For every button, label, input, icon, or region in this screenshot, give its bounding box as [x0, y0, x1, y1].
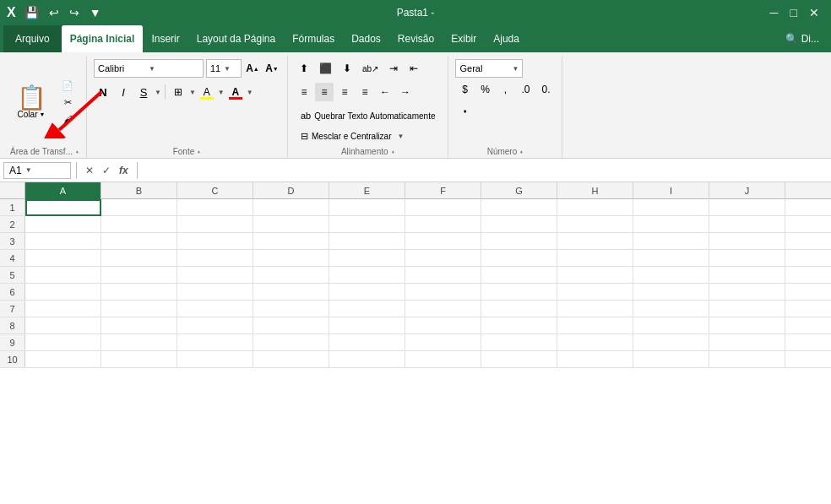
cell-H6[interactable]	[557, 284, 633, 301]
cell-A7[interactable]	[25, 301, 101, 317]
increase-indent-button[interactable]: →	[396, 83, 415, 101]
formula-cancel-button[interactable]: ✕	[82, 163, 97, 178]
cell-C10[interactable]	[177, 351, 253, 368]
underline-button[interactable]: S	[134, 83, 153, 101]
cell-J1[interactable]	[709, 199, 785, 216]
cell-G8[interactable]	[481, 317, 557, 334]
formula-function-button[interactable]: fx	[116, 163, 132, 178]
cell-A1[interactable]	[25, 199, 101, 216]
cell-F1[interactable]	[405, 199, 481, 216]
cell-G7[interactable]	[481, 301, 557, 317]
font-expand-icon[interactable]: ⬧	[197, 148, 201, 155]
cell-H7[interactable]	[557, 301, 633, 317]
align-left-button[interactable]: ≡	[295, 83, 313, 101]
cell-I4[interactable]	[633, 250, 709, 267]
cell-I6[interactable]	[633, 284, 709, 301]
col-header-j[interactable]: J	[709, 182, 785, 199]
cell-F7[interactable]	[405, 301, 481, 317]
cell-C9[interactable]	[177, 334, 253, 351]
redo-button[interactable]: ↪	[66, 4, 83, 21]
cell-F2[interactable]	[405, 216, 481, 233]
minimize-button[interactable]: ─	[765, 6, 784, 19]
undo-button[interactable]: ↩	[46, 4, 62, 21]
cell-D4[interactable]	[253, 250, 329, 267]
cell-H10[interactable]	[557, 351, 633, 368]
cell-C2[interactable]	[177, 216, 253, 233]
cell-E1[interactable]	[329, 199, 405, 216]
menu-revisao[interactable]: Revisão	[389, 25, 443, 52]
cell-A4[interactable]	[25, 250, 101, 267]
cell-E7[interactable]	[329, 301, 405, 317]
col-header-d[interactable]: D	[253, 182, 329, 199]
merge-dropdown-arrow[interactable]: ▼	[397, 133, 404, 140]
align-justify-button[interactable]: ≡	[356, 83, 374, 101]
cell-C6[interactable]	[177, 284, 253, 301]
cell-H2[interactable]	[557, 216, 633, 233]
cell-A9[interactable]	[25, 334, 101, 351]
cell-B6[interactable]	[101, 284, 177, 301]
cell-J6[interactable]	[709, 284, 785, 301]
increase-font-size-button[interactable]: A▲	[244, 59, 261, 78]
cell-E10[interactable]	[329, 351, 405, 368]
indent-decrease-button[interactable]: ⇤	[405, 59, 423, 78]
fill-color-button[interactable]: A	[198, 83, 216, 101]
cut-button[interactable]: ✂	[56, 95, 79, 110]
col-header-i[interactable]: I	[633, 182, 709, 199]
col-header-a[interactable]: A	[25, 182, 101, 199]
cell-E5[interactable]	[329, 267, 405, 284]
align-top-button[interactable]: ⬆	[295, 59, 313, 78]
cell-E2[interactable]	[329, 216, 405, 233]
cell-reference-box[interactable]: A1 ▼	[3, 162, 71, 179]
align-bottom-button[interactable]: ⬇	[338, 59, 356, 78]
font-color-button[interactable]: A	[226, 83, 245, 101]
col-header-h[interactable]: H	[557, 182, 633, 199]
cell-C3[interactable]	[177, 233, 253, 250]
cell-J5[interactable]	[709, 267, 785, 284]
cell-H8[interactable]	[557, 317, 633, 334]
alignment-expand-icon[interactable]: ⬧	[391, 148, 395, 155]
cell-B1[interactable]	[101, 199, 177, 216]
format-painter-button[interactable]: 🖌	[56, 111, 79, 127]
row-num-8[interactable]: 8	[0, 317, 25, 333]
menu-exibir[interactable]: Exibir	[443, 25, 485, 52]
indent-increase-button[interactable]: ⇥	[384, 59, 403, 78]
close-button[interactable]: ✕	[804, 6, 824, 19]
cell-F9[interactable]	[405, 334, 481, 351]
row-num-7[interactable]: 7	[0, 301, 25, 317]
col-header-b[interactable]: B	[101, 182, 177, 199]
cell-I10[interactable]	[633, 351, 709, 368]
menu-ajuda[interactable]: Ajuda	[485, 25, 528, 52]
cell-G6[interactable]	[481, 284, 557, 301]
row-num-3[interactable]: 3	[0, 233, 25, 249]
col-header-g[interactable]: G	[481, 182, 557, 199]
cell-C4[interactable]	[177, 250, 253, 267]
col-header-e[interactable]: E	[329, 182, 405, 199]
cell-J4[interactable]	[709, 250, 785, 267]
align-middle-button[interactable]: ⬛	[315, 59, 336, 78]
row-num-1[interactable]: 1	[0, 199, 25, 215]
cell-J2[interactable]	[709, 216, 785, 233]
cell-B10[interactable]	[101, 351, 177, 368]
decrease-font-size-button[interactable]: A▼	[263, 59, 280, 78]
cell-B3[interactable]	[101, 233, 177, 250]
menu-pagina-inicial[interactable]: Página Inicial	[62, 25, 144, 52]
cell-H4[interactable]	[557, 250, 633, 267]
cell-C8[interactable]	[177, 317, 253, 334]
cell-B7[interactable]	[101, 301, 177, 317]
cell-B8[interactable]	[101, 317, 177, 334]
increase-decimal-button[interactable]: .0	[516, 80, 535, 99]
cell-J8[interactable]	[709, 317, 785, 334]
percent-button[interactable]: %	[475, 80, 494, 99]
cell-D7[interactable]	[253, 301, 329, 317]
cell-D2[interactable]	[253, 216, 329, 233]
number-expand-icon[interactable]: ⬧	[519, 148, 524, 155]
cell-I7[interactable]	[633, 301, 709, 317]
cell-G5[interactable]	[481, 267, 557, 284]
cell-I5[interactable]	[633, 267, 709, 284]
menu-search[interactable]: 🔍 Di...	[777, 25, 828, 52]
col-header-f[interactable]: F	[405, 182, 481, 199]
cell-F3[interactable]	[405, 233, 481, 250]
italic-button[interactable]: I	[114, 83, 133, 101]
currency-button[interactable]: $	[455, 80, 474, 99]
cell-I9[interactable]	[633, 334, 709, 351]
